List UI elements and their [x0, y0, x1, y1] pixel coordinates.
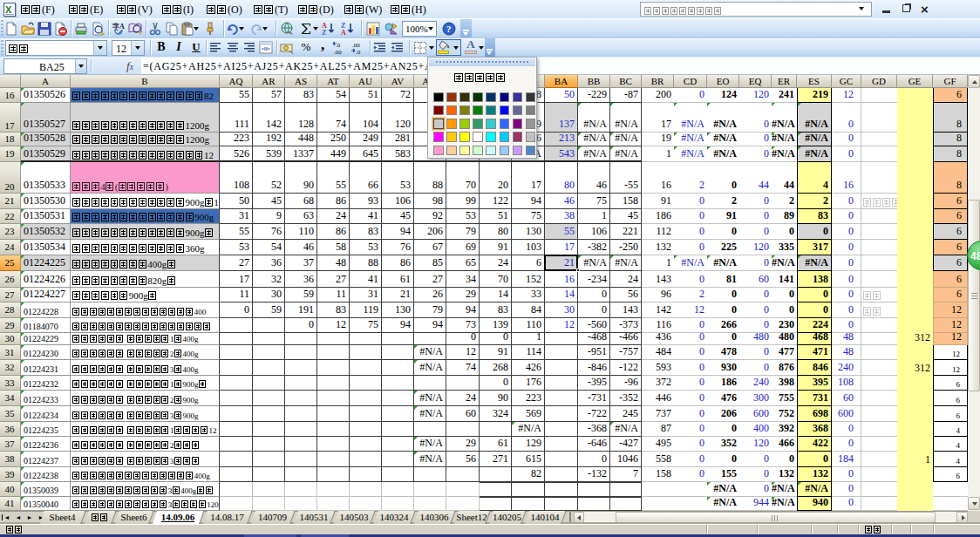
- svg-text:.00: .00: [352, 42, 360, 49]
- svg-text:?: ?: [446, 24, 452, 34]
- svg-text:字A: 字A: [112, 22, 125, 31]
- svg-text:A: A: [341, 29, 346, 36]
- svg-text:.0: .0: [336, 42, 341, 49]
- svg-text:.00: .00: [334, 49, 342, 55]
- svg-text:.0: .0: [356, 49, 361, 55]
- svg-text:Z: Z: [322, 29, 326, 36]
